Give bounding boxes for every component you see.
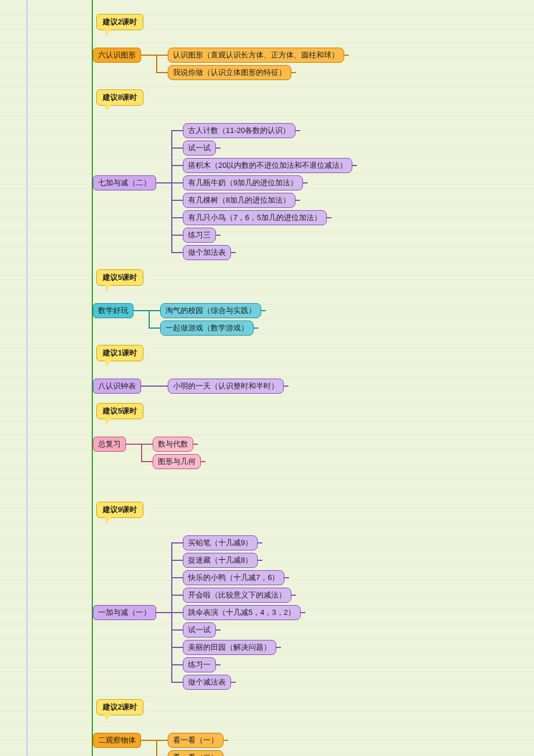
leaf-s1-6: 美丽的田园（解决问题） bbox=[183, 640, 276, 655]
leaf-s1-7: 练习一 bbox=[183, 657, 216, 672]
leaf-s1-3: 开会啦（比较意义下的减法） bbox=[183, 588, 291, 603]
leaf-tick-sFun-0 bbox=[261, 310, 266, 311]
badge-tail-s8 bbox=[104, 359, 112, 367]
leaf-s7-4: 有几棵树（8加几的进位加法） bbox=[183, 193, 295, 208]
leaf-tick-s7-1 bbox=[216, 147, 221, 149]
leaf-s8-0: 小明的一天（认识整时和半时） bbox=[168, 379, 284, 394]
badge-tail-s2 bbox=[104, 713, 112, 721]
leaf-tick-s1-4 bbox=[301, 612, 305, 613]
main-sRev: 总复习 bbox=[93, 437, 126, 452]
leaf-s7-0: 古人计数（11-20各数的认识） bbox=[183, 123, 295, 138]
main-s2: 二观察物体 bbox=[93, 733, 141, 748]
badge-tail-s1 bbox=[104, 516, 112, 524]
leaf-s7-7: 做个加法表 bbox=[183, 245, 231, 260]
leaf-tick-sRev-0 bbox=[193, 444, 198, 445]
leaf-tick-sRev-1 bbox=[201, 461, 205, 462]
leaf-s1-1: 捉迷藏（十几减8） bbox=[183, 553, 258, 568]
page-margin-bar bbox=[26, 0, 28, 756]
leaf-tick-s1-6 bbox=[276, 647, 281, 648]
leaf-s1-2: 快乐的小鸭（十几减7，6） bbox=[183, 570, 284, 585]
leaf-tick-s7-0 bbox=[295, 130, 300, 131]
badge-tail-s6 bbox=[104, 28, 112, 36]
leaf-s7-2: 搭积木（20以内数的不进位加法和不退位减法） bbox=[183, 158, 352, 173]
main-connector-s6 bbox=[141, 55, 156, 56]
leaf-sRev-0: 数与代数 bbox=[153, 437, 193, 452]
main-s8: 八认识钟表 bbox=[93, 379, 141, 394]
leaf-tick-s7-7 bbox=[231, 252, 236, 253]
main-sFun: 数学好玩 bbox=[93, 303, 134, 318]
fork-sFun bbox=[149, 310, 150, 327]
leaf-s7-5: 有几只小鸟（7，6，5加几的进位加法） bbox=[183, 210, 327, 225]
leaf-tick-s1-2 bbox=[284, 577, 289, 578]
main-s7: 七加与减（二） bbox=[93, 175, 156, 190]
main-connector-s8 bbox=[141, 386, 156, 387]
fork-s6 bbox=[156, 55, 157, 72]
fork-s2 bbox=[156, 740, 157, 756]
leaf-tick-s1-7 bbox=[216, 664, 221, 665]
leaf-tick-s6-0 bbox=[344, 55, 349, 56]
leaf-s7-6: 练习三 bbox=[183, 228, 216, 243]
leaf-s1-0: 买铅笔（十几减9） bbox=[183, 535, 258, 550]
leaf-tick-s1-3 bbox=[291, 595, 296, 596]
badge-s2: 建议2课时 bbox=[96, 699, 143, 715]
main-s6: 六认识图形 bbox=[93, 48, 141, 63]
fork-sRev bbox=[141, 444, 142, 461]
badge-tail-sFun bbox=[104, 283, 112, 291]
main-connector-sRev bbox=[126, 444, 141, 445]
leaf-tick-s2-0 bbox=[223, 740, 228, 741]
leaf-tick-s7-3 bbox=[303, 182, 308, 183]
leaf-tick-s1-5 bbox=[216, 629, 221, 631]
leaf-tick-sFun-1 bbox=[254, 327, 258, 329]
leaf-s6-1: 我说你做（认识立体图形的特征） bbox=[168, 65, 291, 80]
leaf-tick-s7-2 bbox=[352, 165, 357, 166]
main-connector-s2 bbox=[141, 740, 156, 741]
leaf-s1-8: 做个减法表 bbox=[183, 675, 231, 690]
leaf-sFun-0: 淘气的校园（综合与实践） bbox=[160, 303, 261, 318]
leaf-s7-3: 有几瓶牛奶（9加几的进位加法） bbox=[183, 175, 303, 190]
leaf-s1-5: 试一试 bbox=[183, 622, 216, 638]
leaf-tick-s1-8 bbox=[231, 682, 236, 683]
leaf-sFun-1: 一起做游戏（数学游戏） bbox=[160, 321, 254, 336]
badge-sRev: 建议5课时 bbox=[96, 403, 143, 419]
badge-tail-s7 bbox=[104, 103, 112, 111]
leaf-s2-1: 看一看（二） bbox=[168, 750, 223, 756]
leaf-sRev-1: 图形与几何 bbox=[153, 454, 201, 469]
badge-s6: 建议2课时 bbox=[96, 14, 143, 30]
main-connector-s7 bbox=[156, 182, 171, 183]
leaf-tick-s1-0 bbox=[258, 542, 262, 543]
leaf-s1-4: 跳伞表演（十几减5，4，3，2） bbox=[183, 605, 301, 620]
leaf-tick-s8-0 bbox=[284, 386, 288, 387]
main-s1: 一加与减（一） bbox=[93, 605, 156, 620]
leaf-s2-0: 看一看（一） bbox=[168, 733, 223, 748]
leaf-s7-1: 试一试 bbox=[183, 141, 216, 156]
badge-s1: 建议9课时 bbox=[96, 502, 143, 518]
badge-tail-sRev bbox=[104, 417, 112, 425]
main-connector-s1 bbox=[156, 612, 171, 613]
badge-s7: 建议8课时 bbox=[96, 89, 143, 106]
badge-sFun: 建议5课时 bbox=[96, 269, 143, 286]
leaf-tick-s6-1 bbox=[291, 72, 296, 73]
leaf-s6-0: 认识图形（直观认识长方体、正方体、圆柱和球） bbox=[168, 48, 344, 63]
badge-s8: 建议1课时 bbox=[96, 345, 143, 361]
leaf-tick-s1-1 bbox=[258, 560, 262, 561]
main-connector-sFun bbox=[134, 310, 149, 311]
leaf-tick-s7-4 bbox=[295, 200, 300, 201]
spine bbox=[92, 0, 93, 756]
leaf-tick-s7-5 bbox=[327, 217, 331, 218]
leaf-tick-s7-6 bbox=[216, 235, 221, 236]
